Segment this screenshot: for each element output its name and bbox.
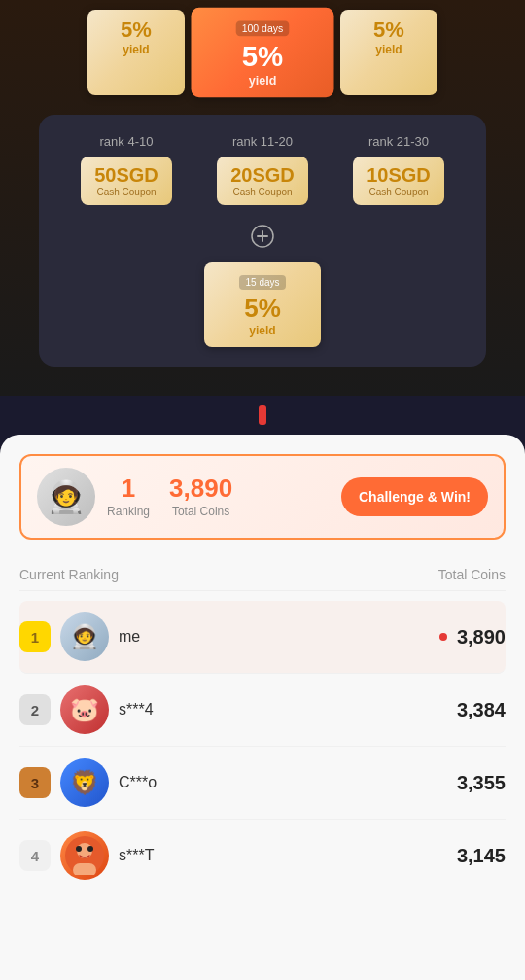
rank-prizes-card: rank 4-10 50SGD Cash Coupon rank 11-20 2… [39, 115, 486, 367]
section-separator [259, 405, 266, 425]
coupon-center-label: yield [207, 73, 317, 88]
table-row: 1 🧑‍🚀 me 3,890 [19, 601, 506, 674]
ranking-number: 1 [107, 475, 150, 501]
rewards-section: 5% yield 100 days 5% yield 5% yield rank… [0, 0, 525, 396]
coins-stat: 3,890 Total Coins [169, 475, 232, 518]
player-coins: 3,384 [457, 699, 506, 721]
player-name: s***T [119, 847, 447, 864]
ranking-stat: 1 Ranking [107, 475, 150, 518]
coupon-left-yield: 5% [99, 18, 173, 43]
plus-icon [58, 225, 467, 253]
table-row: 4 s***T 3,145 [19, 820, 506, 892]
player-name: me [119, 628, 430, 646]
ranking-label: Ranking [107, 505, 150, 518]
prize-rank-2: rank 11-20 20SGD Cash Coupon [217, 134, 308, 205]
header-coins: Total Coins [438, 567, 506, 582]
coupon-center: 100 days 5% yield [192, 8, 334, 97]
prize-rank-1-cash-label: Cash Coupon [94, 187, 158, 197]
coins-number: 3,890 [169, 475, 232, 501]
avatar: 🦁 [60, 758, 109, 807]
prize-rank-1-coupon: 50SGD Cash Coupon [81, 157, 172, 205]
rank-badge-4: 4 [19, 840, 51, 871]
player-coins: 3,890 [457, 626, 506, 648]
coupon-right: 5% yield [340, 10, 438, 95]
coupon-right-label: yield [352, 43, 426, 56]
challenge-button[interactable]: Challenge & Win! [341, 477, 488, 516]
svg-point-6 [76, 846, 82, 852]
prize-rank-1-label: rank 4-10 [81, 134, 172, 149]
leaderboard-section: 🧑‍🚀 1 Ranking 3,890 Total Coins Challeng… [0, 435, 525, 980]
player-coins: 3,145 [457, 845, 506, 867]
prize-rank-2-amount: 20SGD [230, 164, 295, 187]
bonus-coupon-label: yield [220, 324, 305, 337]
player-coins: 3,355 [457, 772, 506, 794]
coins-label: Total Coins [169, 505, 232, 518]
prize-rank-3-label: rank 21-30 [353, 134, 444, 149]
user-avatar: 🧑‍🚀 [37, 468, 95, 526]
coupon-right-yield: 5% [352, 18, 426, 43]
prize-rank-1-amount: 50SGD [94, 164, 158, 187]
table-row: 2 🐷 s***4 3,384 [19, 674, 506, 747]
table-row: 3 🦁 C***o 3,355 [19, 747, 506, 820]
coupon-left-label: yield [99, 43, 173, 56]
bonus-coupon-yield: 5% [220, 294, 305, 324]
svg-point-7 [88, 846, 93, 852]
ranking-header: Current Ranking Total Coins [19, 559, 506, 591]
avatar: 🐷 [60, 685, 109, 734]
coupon-left: 5% yield [88, 10, 185, 95]
prize-rank-1: rank 4-10 50SGD Cash Coupon [81, 134, 172, 205]
prize-rank-3-coupon: 10SGD Cash Coupon [353, 157, 444, 205]
user-banner: 🧑‍🚀 1 Ranking 3,890 Total Coins Challeng… [19, 454, 506, 540]
bonus-coupon-item: 15 days 5% yield [204, 262, 321, 347]
rank-badge-3: 3 [19, 767, 51, 798]
prize-rank-3-amount: 10SGD [367, 164, 431, 187]
rank-badge-1: 1 [19, 621, 51, 652]
prize-rank-2-label: rank 11-20 [217, 134, 308, 149]
rank-badge-2: 2 [19, 694, 51, 725]
prize-rank-2-coupon: 20SGD Cash Coupon [217, 157, 308, 205]
bonus-coupon: 15 days 5% yield [58, 262, 467, 347]
prize-rank-3: rank 21-30 10SGD Cash Coupon [353, 134, 444, 205]
user-stats: 1 Ranking 3,890 Total Coins [107, 475, 330, 518]
top-coupons-row: 5% yield 100 days 5% yield 5% yield [19, 0, 506, 95]
avatar: 🧑‍🚀 [60, 612, 109, 661]
bonus-coupon-days: 15 days [239, 275, 285, 290]
player-name: C***o [119, 774, 447, 791]
rank-prizes-row: rank 4-10 50SGD Cash Coupon rank 11-20 2… [58, 134, 467, 205]
player-name: s***4 [119, 701, 447, 718]
prize-rank-2-cash-label: Cash Coupon [230, 187, 295, 197]
prize-rank-3-cash-label: Cash Coupon [367, 187, 431, 197]
active-indicator [439, 633, 447, 641]
avatar [60, 831, 109, 880]
svg-rect-5 [73, 863, 96, 875]
coupon-center-days: 100 days [235, 20, 289, 36]
header-ranking: Current Ranking [19, 567, 119, 582]
coupon-center-yield: 5% [207, 40, 317, 73]
